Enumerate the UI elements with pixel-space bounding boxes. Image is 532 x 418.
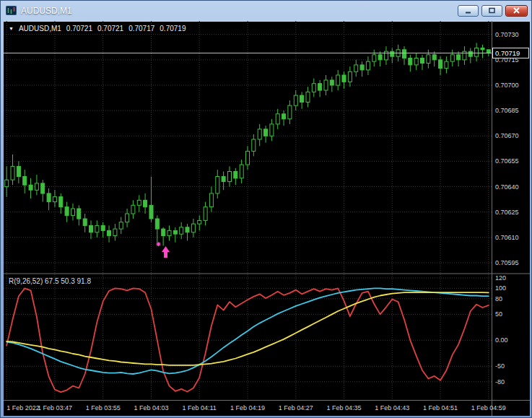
svg-text:1 Feb 04:27: 1 Feb 04:27: [279, 404, 313, 412]
symbol-ohlc-label[interactable]: ▼ AUDUSD,M1 0.70721 0.70721 0.70717 0.70…: [9, 25, 186, 32]
pane-borders: [4, 21, 530, 416]
svg-text:1 Feb 04:19: 1 Feb 04:19: [230, 404, 265, 412]
window-title: AUDUSD,M1: [21, 6, 72, 16]
close-icon: [513, 7, 520, 14]
svg-text:0.70719: 0.70719: [495, 49, 520, 57]
svg-text:1 Feb 04:03: 1 Feb 04:03: [134, 404, 168, 412]
svg-text:0.70655: 0.70655: [495, 157, 519, 165]
chart-area[interactable]: 0.707300.707150.707000.706850.706700.706…: [4, 21, 530, 416]
svg-text:100: 100: [495, 284, 506, 292]
svg-text:-50: -50: [495, 362, 505, 370]
svg-text:0.70730: 0.70730: [495, 31, 519, 38]
svg-text:0.00: 0.00: [495, 336, 508, 344]
svg-text:0.70700: 0.70700: [495, 82, 519, 89]
minimize-button[interactable]: [458, 5, 479, 17]
collapse-triangle-icon[interactable]: ▼: [9, 26, 14, 31]
ohlc-close: 0.70719: [160, 25, 186, 32]
svg-text:50: 50: [495, 310, 502, 318]
titlebar[interactable]: AUDUSD,M1: [1, 1, 531, 20]
svg-text:1 Feb 04:11: 1 Feb 04:11: [183, 404, 217, 412]
svg-text:1 Feb 04:59: 1 Feb 04:59: [471, 404, 506, 412]
close-button[interactable]: [505, 5, 528, 17]
window-controls: [458, 5, 528, 17]
svg-text:1 Feb 03:47: 1 Feb 03:47: [38, 404, 72, 412]
chart-canvas[interactable]: 0.707300.707150.707000.706850.706700.706…: [4, 21, 530, 416]
svg-text:0.70595: 0.70595: [495, 259, 519, 266]
indicator-label[interactable]: R(9,26,52) 67.5 50.3 91.8: [9, 277, 91, 285]
svg-text:1 Feb 04:51: 1 Feb 04:51: [423, 404, 458, 412]
indicator-axis[interactable]: 12010080500.00-50-80: [495, 274, 508, 386]
chart-icon: [6, 6, 17, 15]
svg-text:1 Feb 04:35: 1 Feb 04:35: [326, 404, 361, 412]
svg-text:120: 120: [495, 274, 506, 282]
svg-text:-80: -80: [495, 378, 505, 386]
svg-text:0.70685: 0.70685: [495, 107, 519, 114]
maximize-button[interactable]: [481, 5, 502, 17]
svg-text:0.70640: 0.70640: [495, 183, 519, 191]
ohlc-high: 0.70721: [97, 25, 123, 32]
price-axis[interactable]: 0.707300.707150.707000.706850.706700.706…: [493, 31, 529, 266]
svg-text:1 Feb 2022: 1 Feb 2022: [6, 404, 40, 412]
ohlc-low: 0.70717: [128, 25, 154, 32]
maximize-icon: [489, 7, 495, 14]
time-axis[interactable]: 1 Feb 20221 Feb 03:471 Feb 03:551 Feb 04…: [6, 404, 506, 412]
ohlc-open: 0.70721: [66, 25, 92, 32]
symbol-text: AUDUSD,M1: [19, 25, 61, 32]
svg-text:1 Feb 03:55: 1 Feb 03:55: [86, 404, 121, 412]
svg-text:1 Feb 04:43: 1 Feb 04:43: [375, 404, 409, 412]
mt4-chart-window: AUDUSD,M1 0.707300.707150.707000.706850.…: [0, 0, 532, 418]
svg-text:80: 80: [495, 295, 502, 302]
svg-text:0.70610: 0.70610: [495, 234, 519, 241]
svg-text:0.70670: 0.70670: [495, 132, 519, 139]
minimize-icon: [465, 8, 471, 14]
svg-text:0.70625: 0.70625: [495, 209, 519, 216]
